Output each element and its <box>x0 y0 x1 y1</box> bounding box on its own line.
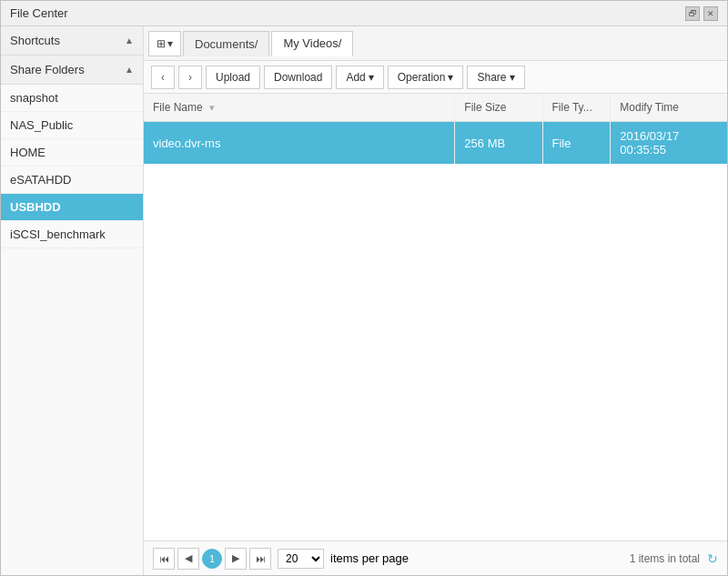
column-header-modified: Modify Time <box>611 94 727 122</box>
next-page-button[interactable]: ▶ <box>225 548 247 570</box>
add-arrow-icon: ▾ <box>369 71 374 84</box>
shortcuts-arrow: ▲ <box>125 35 134 45</box>
restore-button[interactable]: 🗗 <box>685 6 700 21</box>
tabs-row: ⊞ ▾ Documents/ My Videos/ <box>144 26 727 61</box>
close-button[interactable]: ✕ <box>703 6 718 21</box>
file-table: File Name ▾ File Size File Ty... Modify … <box>144 94 727 541</box>
grid-icon: ⊞ <box>157 37 166 50</box>
back-button[interactable]: ‹ <box>151 66 175 89</box>
footer-right: 1 items in total ↻ <box>630 551 718 566</box>
share-folders-label: Share Folders <box>10 63 85 76</box>
tab-my-videos[interactable]: My Videos/ <box>271 31 353 56</box>
pagination: ⏮ ◀ 1 ▶ ⏭ 20 50 100 <box>153 548 409 570</box>
file-center-window: File Center 🗗 ✕ Shortcuts ▲ Share Folder… <box>0 0 728 576</box>
shortcuts-section[interactable]: Shortcuts ▲ <box>1 26 143 56</box>
forward-button[interactable]: › <box>178 66 202 89</box>
window-title: File Center <box>10 6 68 20</box>
sidebar-item-esatahdd[interactable]: eSATAHDD <box>1 167 143 194</box>
cell-type: File <box>542 122 611 165</box>
toolbar-row: ‹ › Upload Download Add ▾ Operation ▾ <box>144 61 727 94</box>
table-row[interactable]: video.dvr-ms 256 MB File 2016/03/17 00:3… <box>144 122 727 165</box>
cell-size: 256 MB <box>455 122 542 165</box>
current-page: 1 <box>202 549 222 569</box>
operation-button[interactable]: Operation ▾ <box>388 66 464 89</box>
per-page-label: items per page <box>330 551 409 565</box>
share-arrow-icon: ▾ <box>510 71 515 84</box>
share-folders-section[interactable]: Share Folders ▲ <box>1 56 143 85</box>
sidebar-item-nas-public[interactable]: NAS_Public <box>1 112 143 139</box>
footer: ⏮ ◀ 1 ▶ ⏭ 20 50 100 <box>144 541 727 575</box>
column-header-name: File Name ▾ <box>144 94 455 122</box>
column-header-size: File Size <box>455 94 542 122</box>
download-button[interactable]: Download <box>264 66 332 89</box>
refresh-button[interactable]: ↻ <box>707 551 718 566</box>
first-page-button[interactable]: ⏮ <box>153 548 175 570</box>
table-header: File Name ▾ File Size File Ty... Modify … <box>144 94 727 122</box>
window-controls: 🗗 ✕ <box>685 6 718 21</box>
cell-modified: 2016/03/17 00:35:55 <box>611 122 727 165</box>
first-page-icon: ⏮ <box>159 553 169 564</box>
operation-arrow-icon: ▾ <box>448 71 453 84</box>
tab-documents[interactable]: Documents/ <box>183 31 269 56</box>
column-header-type: File Ty... <box>542 94 611 122</box>
next-page-icon: ▶ <box>232 552 239 564</box>
forward-icon: › <box>188 71 192 84</box>
last-page-icon: ⏭ <box>256 553 266 564</box>
filter-icon[interactable]: ▾ <box>209 102 215 113</box>
upload-button[interactable]: Upload <box>206 66 260 89</box>
cell-filename: video.dvr-ms <box>144 122 455 165</box>
per-page-select[interactable]: 20 50 100 <box>278 549 324 569</box>
grid-arrow: ▾ <box>167 37 173 50</box>
sidebar-item-home[interactable]: HOME <box>1 139 143 167</box>
sidebar-item-snapshot[interactable]: snapshot <box>1 85 143 112</box>
prev-page-icon: ◀ <box>185 552 192 564</box>
share-folders-arrow: ▲ <box>125 65 134 75</box>
add-button[interactable]: Add ▾ <box>336 66 383 89</box>
title-bar: File Center 🗗 ✕ <box>1 1 727 26</box>
shortcuts-label: Shortcuts <box>10 34 60 47</box>
back-icon: ‹ <box>161 71 165 84</box>
last-page-button[interactable]: ⏭ <box>249 548 271 570</box>
sidebar-item-usbhdd[interactable]: USBHDD <box>1 194 143 221</box>
prev-page-button[interactable]: ◀ <box>177 548 199 570</box>
share-button[interactable]: Share ▾ <box>467 66 524 89</box>
total-items-label: 1 items in total <box>630 552 700 565</box>
file-list: video.dvr-ms 256 MB File 2016/03/17 00:3… <box>144 122 727 165</box>
sidebar: Shortcuts ▲ Share Folders ▲ snapshot NAS… <box>1 26 144 575</box>
main-content: Shortcuts ▲ Share Folders ▲ snapshot NAS… <box>1 26 727 575</box>
sidebar-item-iscsi-benchmark[interactable]: iSCSI_benchmark <box>1 221 143 248</box>
grid-view-button[interactable]: ⊞ ▾ <box>148 31 181 56</box>
main-panel: ⊞ ▾ Documents/ My Videos/ ‹ › <box>144 26 727 575</box>
